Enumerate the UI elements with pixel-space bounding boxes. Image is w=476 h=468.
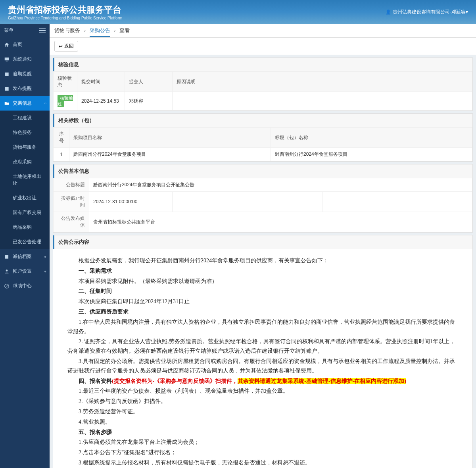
sidebar-item-label: 药品采购 — [13, 224, 32, 231]
user-menu[interactable]: 贵州弘典建设咨询有限公司-邓廷容▾ — [386, 9, 468, 15]
panel-title: 核验信息 — [53, 58, 472, 71]
expand-icon: ● — [44, 269, 46, 273]
basic-table: 公告标题 黔西南州分行2024年食堂服务项目公开征集公告 投标截止时间 2024… — [53, 178, 472, 232]
empty-cell — [173, 192, 322, 212]
sidebar-item-label: 首页 — [13, 41, 22, 48]
th-project: 采购项目名称 — [69, 128, 271, 148]
th-time: 提交时间 — [77, 72, 125, 92]
sidebar-sub-property[interactable]: 国有产权交易 — [0, 205, 50, 220]
sidebar-item-notice[interactable]: 系统通知 — [0, 52, 50, 67]
sec5-3: 3.根据系统提示上传报名材料，所有材料仅需提供电子版，无论报名是否通过，材料恕不… — [67, 458, 458, 468]
sidebar-item-label: 逾期提醒 — [13, 71, 32, 77]
announcement-body: 根据业务发展需要，我行现公开征集黔西南州分行2024年食堂服务项目的供应商，有关… — [53, 249, 472, 468]
sidebar-sub-drug[interactable]: 药品采购 — [0, 220, 50, 235]
header: 贵州省招标投标公共服务平台 GuiZhou Province Tendering… — [0, 0, 476, 24]
sidebar-item-label: 特色服务 — [13, 129, 32, 136]
calendar-icon — [4, 71, 10, 77]
book-icon — [4, 254, 10, 260]
sidebar-toggle-icon[interactable] — [39, 28, 46, 33]
sidebar-item-label: 土地使用权出让 — [13, 173, 46, 187]
sec4-highlight: 其余资料请通过龙集采系统-基础管理-信息维护-在相应内容进行添加) — [238, 378, 406, 384]
basic-panel: 公告基本信息 公告标题 黔西南州分行2024年食堂服务项目公开征集公告 投标截止… — [53, 164, 473, 233]
th-reason: 原因说明 — [173, 72, 472, 92]
sidebar-item-help[interactable]: ? 帮助中心 — [0, 279, 50, 293]
cell-submitter: 邓廷容 — [125, 92, 173, 111]
status-badge: 核验通过 — [58, 95, 73, 107]
sidebar-item-credit[interactable]: 诚信档案 ● — [0, 249, 50, 264]
sidebar-item-label: 帮助中心 — [13, 283, 32, 289]
sidebar-sub-goods[interactable]: 货物与服务 — [0, 140, 50, 155]
sidebar-item-trade[interactable]: 交易信息 ○ — [0, 96, 50, 111]
breadcrumb-item: 查看 — [119, 27, 130, 33]
sec4-title: 四、报名资料 — [79, 378, 112, 384]
label-subject: 公告标题 — [54, 178, 89, 192]
sidebar-item-label: 系统通知 — [13, 56, 32, 63]
breadcrumb-item[interactable]: 货物与服务 — [54, 27, 80, 33]
back-label: 返回 — [64, 43, 74, 50]
svg-text:?: ? — [6, 285, 8, 287]
sec3-1: 1.在中华人民共和国境内注册，具有独立法人资格的企业，具有独立承担民事责任的能力… — [67, 317, 458, 336]
label-deadline: 投标截止时间 — [54, 192, 89, 212]
help-icon: ? — [4, 283, 10, 289]
sidebar-item-label: 已发公告处理 — [13, 239, 41, 245]
panel-title: 公告基本信息 — [53, 164, 472, 178]
sidebar-item-label: 政府采购 — [13, 159, 32, 165]
sec5-title: 五、报名步骤 — [67, 428, 458, 437]
sidebar-item-label: 货物与服务 — [13, 144, 36, 151]
user-label: 贵州弘典建设咨询有限公司-邓廷容▾ — [393, 9, 468, 15]
sec1-title: 一、采购需求 — [67, 266, 458, 276]
sidebar-item-label: 诚信档案 — [13, 253, 32, 260]
expand-icon: ○ — [44, 101, 46, 105]
sidebar-sub-construction[interactable]: 工程建设 — [0, 111, 50, 125]
sec4-3: 3.劳务派遣经营许可证。 — [67, 407, 458, 416]
user-icon — [4, 269, 10, 274]
sidebar-sub-gov[interactable]: 政府采购 — [0, 155, 50, 169]
back-button[interactable]: ↩ 返回 — [54, 41, 78, 52]
cell-project: 黔西南州分行2024年食堂服务项目 — [69, 148, 271, 161]
sec4-red: (提交报名资料为-《采购参与意向反馈函》扫描件， — [112, 378, 238, 384]
cell-lot: 黔西南州分行2024年食堂服务项目 — [271, 148, 472, 161]
svg-point-0 — [6, 269, 8, 271]
lots-panel: 相关标段（包） 序号 采购项目名称 标段（包）名称 1 黔西南州分行2024年食… — [53, 113, 473, 162]
sidebar-item-label: 发布提醒 — [13, 85, 32, 92]
sec3-title: 三、供应商资质要求 — [67, 307, 458, 317]
toolbar: ↩ 返回 — [50, 38, 476, 55]
empty-cell — [322, 192, 472, 212]
sidebar-sub-mining[interactable]: 矿业权出让 — [0, 191, 50, 205]
sec1-body: 本项目采购需求见附件。（最终采购需求以邀请函为准） — [67, 277, 458, 286]
sidebar-item-home[interactable]: 首页 — [0, 37, 50, 52]
verification-table: 核验状态 提交时间 提交人 原因说明 核验通过 2024-12-25 14:53… — [53, 71, 472, 111]
site-subtitle: GuiZhou Province Tendering and Bidding P… — [8, 16, 122, 20]
sidebar-sub-processed[interactable]: 已发公告处理 — [0, 235, 50, 249]
calendar-icon — [4, 86, 10, 92]
sec4-4: 4.营业执照。 — [67, 417, 458, 427]
sidebar-item-label: 交易信息 — [13, 100, 32, 107]
sidebar: 菜单 首页 系统通知 逾期提醒 发布提醒 交易信息 ○ 工程建设 特色服务 货物… — [0, 24, 50, 468]
cell-time: 2024-12-25 14:53 — [77, 92, 125, 111]
panel-title: 公告公示内容 — [53, 235, 472, 249]
sidebar-item-label: 国有产权交易 — [13, 209, 41, 216]
sidebar-item-account[interactable]: 帐户设置 ● — [0, 264, 50, 279]
breadcrumb-sep: › — [84, 27, 86, 33]
sec2-body: 本次供应商征集自即日起至2024年12月31日止 — [67, 297, 458, 306]
sidebar-item-label: 工程建设 — [13, 115, 32, 121]
sec5-1: 1.供应商必须首先在龙集采平台上注册成为会员； — [67, 437, 458, 447]
th-lot: 标段（包）名称 — [271, 128, 472, 148]
cell-index: 1 — [54, 148, 69, 161]
sidebar-sub-special[interactable]: 特色服务 — [0, 125, 50, 140]
lots-table: 序号 采购项目名称 标段（包）名称 1 黔西南州分行2024年食堂服务项目 黔西… — [53, 127, 472, 161]
sidebar-sub-land[interactable]: 土地使用权出让 — [0, 169, 50, 191]
sidebar-item-overdue[interactable]: 逾期提醒 — [0, 67, 50, 81]
back-arrow-icon: ↩ — [59, 44, 63, 49]
home-icon — [4, 42, 10, 48]
breadcrumb-item[interactable]: 采购公告 — [90, 27, 110, 37]
sidebar-item-label: 矿业权出让 — [13, 195, 36, 201]
table-row: 核验通过 2024-12-25 14:53 邓廷容 — [54, 92, 472, 111]
sec5-2: 2.点击本公告下方"征集报名"进行报名； — [67, 448, 458, 457]
sec4-1: 1.最近三个年度的资产负债表、损益表（利润表）、现金流量表扫描件，并加盖公章。 — [67, 386, 458, 396]
monitor-icon — [4, 57, 10, 62]
sec4-2: 2.《采购参与意向反馈函》扫描件。 — [67, 397, 458, 406]
cell-reason — [173, 92, 472, 111]
sidebar-item-publish[interactable]: 发布提醒 — [0, 81, 50, 96]
panel-title: 相关标段（包） — [53, 114, 472, 127]
